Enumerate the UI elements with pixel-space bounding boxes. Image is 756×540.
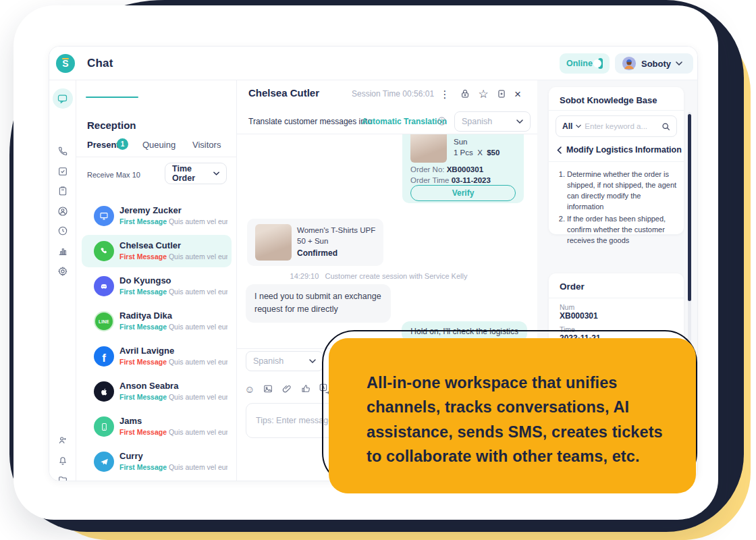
info-icon[interactable] bbox=[437, 117, 446, 126]
translate-language-select[interactable]: Spanish bbox=[454, 111, 531, 132]
system-event: 14:29:10 Customer create session with Se… bbox=[237, 272, 520, 280]
knowledge-steps: Determine whether the order is shipped, … bbox=[558, 169, 677, 248]
close-icon[interactable]: × bbox=[514, 88, 521, 100]
page-title: Chat bbox=[87, 57, 113, 70]
nav-settings-gear-icon[interactable] bbox=[57, 266, 68, 277]
message-preview: Quis autem vel eum iu... bbox=[169, 288, 227, 296]
contact-row-chelsea-cutler[interactable]: Chelsea Cutler First Message Quis autem … bbox=[82, 235, 232, 267]
reception-title: Reception bbox=[87, 119, 136, 131]
translate-language-value: Spanish bbox=[462, 117, 492, 126]
avatar bbox=[622, 56, 637, 71]
order-num-label: Num bbox=[560, 303, 574, 311]
first-message-label: First Message bbox=[119, 358, 167, 366]
knowledge-search-box: All bbox=[556, 115, 677, 137]
first-message-label: First Message bbox=[119, 323, 167, 331]
divider bbox=[549, 298, 684, 298]
export-note-icon[interactable] bbox=[497, 89, 507, 99]
first-message-label: First Message bbox=[119, 428, 167, 436]
first-message-label: First Message bbox=[119, 288, 167, 296]
tab-queuing[interactable]: Queuing bbox=[142, 140, 176, 150]
knowledge-step: Determine whether the order is shipped, … bbox=[567, 169, 677, 213]
message-preview: Quis autem vel eum iu... bbox=[169, 428, 227, 436]
first-message-label: First Message bbox=[119, 463, 167, 471]
user-menu[interactable]: Soboty bbox=[615, 53, 693, 74]
star-icon[interactable]: ☆ bbox=[478, 88, 488, 100]
order-num-value: XB000301 bbox=[560, 311, 598, 321]
contact-name: Avril Lavigne bbox=[119, 346, 174, 356]
nav-analytics-icon[interactable] bbox=[57, 246, 68, 256]
chevron-down-icon bbox=[676, 61, 682, 65]
knowledge-article-row[interactable]: Modify Logistics Information bbox=[557, 145, 682, 155]
nav-agent-icon[interactable] bbox=[57, 435, 68, 446]
contact-row-do-kyungso[interactable]: Do Kyungso First Message Quis autem vel … bbox=[82, 270, 232, 302]
divider bbox=[549, 161, 684, 162]
contact-name: Anson Seabra bbox=[119, 381, 178, 391]
user-name: Soboty bbox=[641, 59, 671, 69]
web-chat-channel-icon bbox=[94, 206, 114, 226]
contact-row-anson-seabra[interactable]: Anson Seabra First Message Quis autem ve… bbox=[82, 375, 232, 408]
message-preview: Quis autem vel eum iu... bbox=[169, 252, 227, 261]
knowledge-search-input[interactable] bbox=[585, 122, 658, 130]
online-toggle[interactable] bbox=[598, 58, 603, 69]
contact-name: Raditya Dika bbox=[119, 310, 172, 321]
nav-files-folder-icon[interactable] bbox=[57, 475, 68, 481]
verify-button[interactable]: Verify bbox=[410, 185, 516, 201]
product-qty: 1 Pcs X $50 bbox=[454, 148, 500, 157]
incoming-message-bubble: I need you to submit an exchange request… bbox=[246, 284, 391, 323]
first-message-label: First Message bbox=[119, 252, 167, 261]
sort-order-select[interactable]: Time Order bbox=[165, 163, 227, 184]
contact-row-avril-lavigne[interactable]: f Avril Lavigne First Message Quis autem… bbox=[82, 340, 232, 373]
receive-max-label: Receive Max 10 bbox=[87, 171, 140, 179]
nav-calls-icon[interactable] bbox=[57, 146, 68, 157]
product-message-card: Women's T-Shirts UPF 50 + Sun Confirmed bbox=[247, 219, 383, 266]
chat-contact-name: Chelsea Cutler bbox=[248, 87, 319, 99]
composer-language-select[interactable]: Spanish bbox=[246, 351, 323, 371]
nav-tasks-icon[interactable] bbox=[57, 166, 68, 177]
tab-present[interactable]: Present bbox=[87, 140, 119, 150]
knowledge-base-title: Sobot Knowledge Base bbox=[560, 95, 657, 105]
search-icon[interactable] bbox=[662, 122, 670, 131]
more-options-icon[interactable]: ⋮ bbox=[440, 89, 450, 99]
sort-order-value: Time Order bbox=[172, 164, 213, 183]
whatsapp-channel-icon bbox=[94, 241, 114, 261]
first-message-label: First Message bbox=[119, 393, 167, 401]
translate-bar: Translate customer messages into Automat… bbox=[237, 107, 537, 134]
active-tab-underline bbox=[86, 97, 138, 98]
nav-notifications-bell-icon[interactable] bbox=[57, 455, 68, 466]
message-list[interactable]: Sun 1 Pcs X $50 Order No: XB000301 Order… bbox=[237, 134, 537, 348]
reception-tabs: Present 1 Queuing Visitors bbox=[76, 140, 237, 157]
nav-customers-icon[interactable] bbox=[57, 206, 68, 217]
contact-name: Jeremy Zucker bbox=[119, 205, 182, 215]
chevron-down-icon bbox=[516, 119, 523, 124]
message-preview: Quis autem vel eum iu... bbox=[169, 323, 227, 331]
translate-mode-link[interactable]: Automatic Translation bbox=[362, 117, 447, 126]
contact-row-raditya-dika[interactable]: LINE Raditya Dika First Message Quis aut… bbox=[82, 305, 232, 338]
attachment-paperclip-icon[interactable] bbox=[281, 383, 292, 394]
lock-icon[interactable] bbox=[460, 89, 470, 99]
emoji-icon[interactable]: ☺ bbox=[244, 383, 254, 395]
nav-history-icon[interactable] bbox=[57, 225, 68, 236]
session-time: Session Time 00:56:01 bbox=[352, 89, 434, 99]
nav-tickets-icon[interactable] bbox=[57, 186, 68, 196]
tab-visitors[interactable]: Visitors bbox=[192, 140, 221, 150]
discord-channel-icon bbox=[94, 276, 114, 296]
scrollbar-thumb[interactable] bbox=[688, 114, 691, 301]
product-title: Women's T-Shirts UPF 50 + Sun bbox=[297, 225, 379, 246]
app-header: S Chat Online Soboty bbox=[49, 47, 698, 80]
contact-row-jeremy-zucker[interactable]: Jeremy Zucker First Message Quis autem v… bbox=[82, 200, 232, 232]
search-filter-value[interactable]: All bbox=[562, 122, 572, 131]
contact-row-curry[interactable]: Curry First Message Quis autem vel eum i… bbox=[82, 446, 232, 478]
knowledge-base-card: Sobot Knowledge Base All Modify Logistic… bbox=[549, 87, 684, 234]
chevron-down-icon bbox=[213, 171, 219, 176]
message-preview: Quis autem vel eum iu... bbox=[169, 358, 227, 366]
thumbs-up-icon[interactable] bbox=[300, 383, 311, 394]
contact-name: Chelsea Cutler bbox=[119, 240, 181, 250]
image-icon[interactable] bbox=[263, 383, 273, 394]
online-status-pill: Online bbox=[560, 53, 610, 74]
message-preview: Quis autem vel eum iu... bbox=[169, 463, 227, 471]
online-label: Online bbox=[566, 59, 593, 68]
reception-panel: Reception Present 1 Queuing Visitors Rec… bbox=[76, 80, 237, 481]
nav-chat-icon[interactable] bbox=[53, 88, 73, 109]
order-panel-title: Order bbox=[560, 281, 585, 292]
contact-row-jams[interactable]: Jams First Message Quis autem vel eum iu… bbox=[82, 410, 232, 443]
